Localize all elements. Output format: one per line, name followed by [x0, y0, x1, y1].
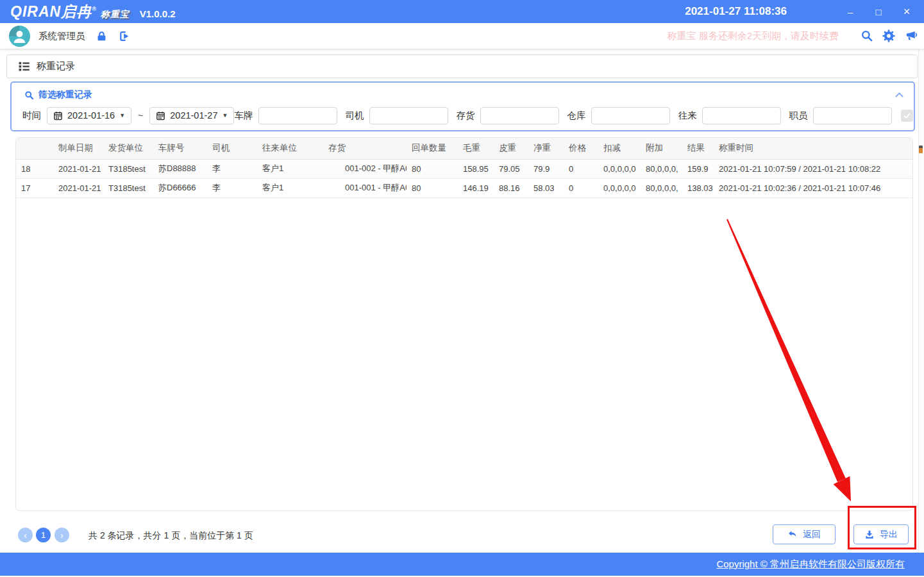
records-table: 制单日期发货单位车牌号司机往来单位存货回单数量毛重皮重净重价格扣减附加结果称重时… [16, 138, 913, 198]
table-cell: 2021-01-21 [53, 159, 103, 178]
filter-field-label: 车牌 [234, 110, 253, 122]
minimize-button[interactable]: – [841, 6, 860, 17]
check-icon [903, 112, 911, 120]
vertical-scrollbar[interactable] [918, 49, 924, 553]
next-page-button[interactable]: › [55, 528, 69, 542]
table-cell: T3185test [103, 159, 153, 178]
filter-row: 时间 2021-01-16 ▼ ~ 2021-01-27 ▼ 车牌司机存货仓库往… [12, 106, 914, 124]
filter-field-input[interactable] [702, 107, 781, 124]
current-user-label: 系统管理员 [38, 30, 85, 42]
app-logo-badge: 称重宝 [101, 9, 130, 21]
copyright-link[interactable]: Copyright © 常州启冉软件有限公司版权所有 [716, 558, 905, 571]
table-cell: 0 [564, 159, 598, 178]
app-version: V1.0.0.2 [140, 8, 176, 19]
table-row[interactable]: 172021-01-21T3185test苏D66666李客户1001-001 … [16, 178, 913, 197]
clipped-icon [919, 146, 923, 153]
table-cell: 2021-01-21 [53, 178, 103, 197]
export-button[interactable]: 导出 [853, 524, 909, 544]
table-cell: 80 [407, 178, 458, 197]
table-cell: 138.03 [682, 178, 714, 197]
filter-field-input[interactable] [369, 107, 448, 124]
column-header: 往来单位 [257, 138, 323, 159]
date-from-picker[interactable]: 2021-01-16 ▼ [47, 107, 131, 124]
include-checkbox[interactable] [901, 110, 913, 122]
chevron-up-icon[interactable] [894, 90, 905, 99]
current-page-button[interactable]: 1 [36, 528, 51, 542]
system-datetime: 2021-01-27 11:08:36 [685, 5, 787, 18]
download-icon [864, 530, 875, 540]
date-range-separator: ~ [138, 110, 143, 121]
column-header: 毛重 [458, 138, 494, 159]
table-cell: 146.19 [458, 178, 494, 197]
filter-field-input[interactable] [258, 107, 337, 124]
table-cell: 苏D88888 [153, 159, 207, 178]
column-header: 附加 [641, 138, 682, 159]
filter-field-label: 存货 [456, 110, 475, 122]
column-header: 制单日期 [53, 138, 103, 159]
table-cell: 80,0,0,0, [641, 159, 682, 178]
maximize-button[interactable]: □ [869, 6, 888, 17]
table-cell: 001-001 - 甲醇A001 [323, 178, 407, 197]
table-cell: 苏D66666 [153, 178, 207, 197]
filter-field-label: 往来 [678, 110, 696, 122]
calendar-icon [156, 111, 165, 121]
records-table-card: 制单日期发货单位车牌号司机往来单位存货回单数量毛重皮重净重价格扣减附加结果称重时… [15, 137, 913, 511]
table-cell: 客户1 [257, 159, 323, 178]
megaphone-icon[interactable] [904, 29, 918, 42]
prev-page-button[interactable]: ‹ [18, 528, 33, 542]
table-row[interactable]: 182021-01-21T3185test苏D88888李客户1001-002 … [16, 159, 913, 178]
filter-time-label: 时间 [22, 110, 41, 122]
filter-field-input[interactable] [480, 107, 559, 124]
filter-panel-title: 筛选称重记录 [38, 89, 92, 101]
table-cell: 80,0,0,0, [641, 178, 682, 197]
table-cell: 2021-01-21 10:07:59 / 2021-01-21 10:08:2… [714, 159, 913, 178]
avatar [9, 26, 30, 47]
table-header-row: 制单日期发货单位车牌号司机往来单位存货回单数量毛重皮重净重价格扣减附加结果称重时… [16, 138, 913, 159]
date-from-value: 2021-01-16 [67, 110, 115, 121]
filter-search-icon [24, 90, 34, 100]
table-cell: 001-002 - 甲醇A002 [323, 159, 407, 178]
table-cell: 0 [564, 178, 598, 197]
table-cell: 79.9 [528, 159, 564, 178]
column-header: 司机 [207, 138, 257, 159]
table-cell: 158.95 [458, 159, 494, 178]
list-icon [18, 60, 30, 72]
table-cell: 88.16 [494, 178, 528, 197]
table-cell: 18 [16, 159, 53, 178]
column-header: 称重时间 [714, 138, 913, 159]
column-header: 车牌号 [153, 138, 207, 159]
filter-field-input[interactable] [591, 107, 670, 124]
lock-icon[interactable] [96, 30, 108, 42]
export-button-label: 导出 [880, 529, 898, 540]
column-header: 结果 [682, 138, 714, 159]
table-cell: 58.03 [528, 178, 564, 197]
table-cell: 客户1 [257, 178, 323, 197]
table-cell: 159.9 [682, 159, 714, 178]
filter-field-label: 司机 [345, 110, 364, 122]
column-header: 价格 [564, 138, 598, 159]
back-button-label: 返回 [803, 529, 821, 540]
column-header: 回单数量 [407, 138, 458, 159]
date-to-picker[interactable]: 2021-01-27 ▼ [149, 107, 234, 124]
user-bar: 系统管理员 称重宝 服务还剩余2天到期，请及时续费 [0, 23, 924, 49]
column-header: 扣减 [598, 138, 641, 159]
table-cell: 17 [16, 178, 53, 197]
app-logo: QIRAN启冉® [10, 2, 97, 22]
logout-icon[interactable] [118, 30, 131, 42]
column-header: 皮重 [494, 138, 528, 159]
filter-field-label: 职员 [789, 110, 807, 122]
search-icon[interactable] [861, 29, 873, 42]
table-cell: 李 [207, 159, 257, 178]
license-expiry-notice: 称重宝 服务还剩余2天到期，请及时续费 [667, 30, 839, 42]
filter-field-input[interactable] [813, 107, 892, 124]
column-header: 净重 [528, 138, 564, 159]
pagination-summary: 共 2 条记录，共分 1 页，当前位于第 1 页 [88, 530, 253, 542]
back-button[interactable]: 返回 [773, 524, 836, 544]
title-bar: QIRAN启冉® 称重宝 V1.0.0.2 2021-01-27 11:08:3… [0, 0, 924, 23]
table-cell: 80 [407, 159, 458, 178]
gear-icon[interactable] [882, 29, 895, 42]
column-header: 存货 [323, 138, 407, 159]
close-button[interactable]: × [897, 5, 916, 19]
column-header: 发货单位 [103, 138, 153, 159]
table-cell: T3185test [103, 178, 153, 197]
